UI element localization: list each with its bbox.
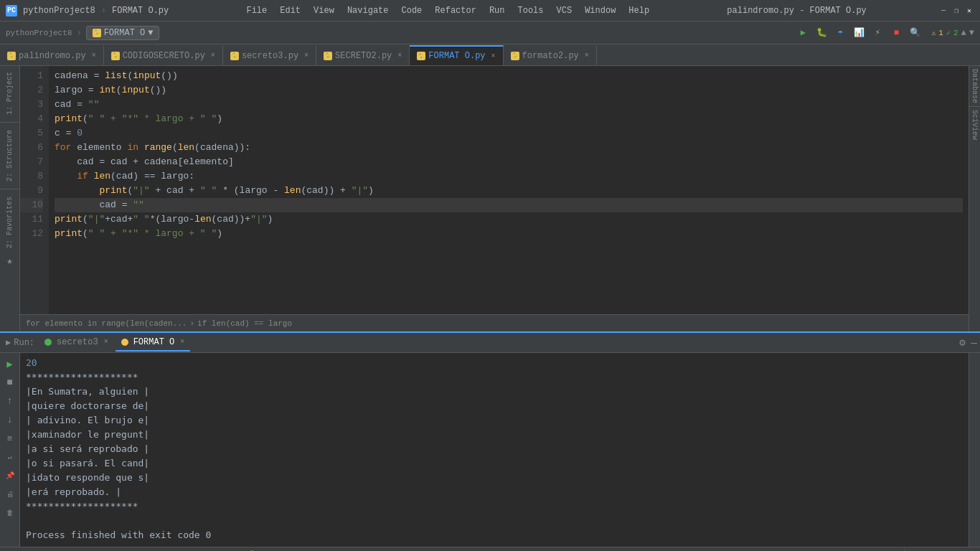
- concurrency-button[interactable]: ⚡: [870, 25, 885, 41]
- code-line-11: print("|"+cad+" "*(largo-len(cad))+"|"): [55, 212, 963, 227]
- run-tab-formato-close[interactable]: ×: [180, 338, 184, 346]
- run-button[interactable]: ▶: [795, 25, 811, 41]
- run-stop-btn[interactable]: ■: [2, 375, 18, 390]
- tab-label-formato2: formato2.py: [522, 51, 579, 61]
- menu-code[interactable]: Code: [395, 4, 428, 17]
- warning-icon: ⚠: [931, 29, 936, 37]
- code-line-12: print(" " + "*" * largo + " "): [55, 227, 963, 241]
- breadcrumb-part1: for elemento in range(len(caden...: [26, 319, 187, 328]
- run-panel-tabs: ▶ Run: secreto3 × FORMAT O × ⚙ —: [0, 333, 980, 353]
- output-finish: Process finished with exit code 0: [26, 528, 963, 542]
- coverage-button[interactable]: ☂: [832, 25, 848, 41]
- menu-help[interactable]: Help: [623, 4, 655, 17]
- run-print-btn[interactable]: 🖨: [2, 486, 18, 502]
- tab-secreto2[interactable]: 🐍 SECRETO2.py ×: [316, 45, 410, 65]
- tab-formato-run[interactable]: FORMAT O ×: [116, 334, 191, 352]
- sidebar-label-project[interactable]: 1: Project: [6, 72, 14, 115]
- debug-button[interactable]: 🐛: [814, 25, 829, 41]
- tab-close-formato[interactable]: ×: [491, 52, 496, 60]
- close-button[interactable]: ✕: [964, 6, 974, 16]
- tab-icon-secreto2: 🐍: [324, 52, 332, 60]
- code-content[interactable]: cadena = list(input()) largo = int(input…: [49, 66, 969, 314]
- tab-close-codigosecreto[interactable]: ×: [211, 52, 215, 60]
- tab-codigosecreto[interactable]: 🐍 CODIGOSECRETO.py ×: [104, 45, 223, 65]
- search-everywhere-button[interactable]: 🔍: [907, 25, 923, 41]
- menu-edit[interactable]: Edit: [274, 4, 306, 17]
- editor-tabs: 🐍 palindromo.py × 🐍 CODIGOSECRETO.py × 🐍…: [0, 44, 980, 66]
- star-icon: ★: [2, 253, 18, 268]
- check-count: 2: [953, 29, 958, 37]
- profile-button[interactable]: 📊: [851, 25, 867, 41]
- menu-navigate[interactable]: Navigate: [341, 4, 395, 17]
- code-editor[interactable]: 1 2 3 4 5 6▼ 7 8 9 10▼ 11 12 cadena = li…: [20, 66, 969, 314]
- sciview-label[interactable]: SciView: [971, 107, 979, 143]
- tab-formato[interactable]: 🐍 FORMAT O.py ×: [410, 45, 503, 65]
- run-tab-formato-label: FORMAT O: [133, 337, 175, 347]
- tab-label-secreto3: secreto3.py: [242, 51, 298, 61]
- markers-panel: ⚠ 1 ✓ 2 ▲ ▼: [931, 28, 974, 38]
- database-label[interactable]: Database: [971, 66, 979, 106]
- editor-area: 1 2 3 4 5 6▼ 7 8 9 10▼ 11 12 cadena = li…: [20, 66, 969, 331]
- breadcrumb-part2: if len(cad) == largo: [197, 319, 292, 328]
- restore-button[interactable]: ❐: [951, 6, 961, 16]
- title-bar-left: PC pythonProject8 › FORMAT O.py: [6, 5, 169, 17]
- breadcrumb-bar: for elemento in range(len(caden... › if …: [20, 314, 969, 331]
- menu-tools[interactable]: Tools: [512, 4, 550, 17]
- tab-formato2[interactable]: 🐍 formato2.py ×: [504, 45, 597, 65]
- code-line-6: for elemento in range(len(cadena)):: [55, 141, 963, 155]
- nav-down-icon[interactable]: ▼: [969, 28, 974, 38]
- code-line-4: print(" " + "*" * largo + " "): [55, 112, 963, 126]
- menu-run[interactable]: Run: [484, 4, 511, 17]
- menu-view[interactable]: View: [308, 4, 340, 17]
- run-down-btn[interactable]: ↓: [2, 412, 18, 428]
- stop-button[interactable]: ■: [888, 25, 904, 41]
- run-panel-content: ▶ ■ ↑ ↓ ⊞ ↵ 📌 🖨 🗑 20 *******************…: [0, 353, 980, 547]
- tab-close-secreto3[interactable]: ×: [304, 52, 308, 60]
- run-panel-right: [969, 353, 980, 547]
- right-sidebar: Database SciView: [969, 66, 980, 331]
- tab-secreto3-run[interactable]: secreto3 ×: [39, 334, 114, 352]
- run-settings-icon[interactable]: ⚙: [959, 336, 965, 349]
- tab-secreto3[interactable]: 🐍 secreto3.py ×: [223, 45, 316, 65]
- nav-up-icon[interactable]: ▲: [961, 28, 966, 38]
- menu-refactor[interactable]: Refactor: [429, 4, 482, 17]
- run-tab-secreto3-close[interactable]: ×: [104, 338, 108, 346]
- tab-palindromo[interactable]: 🐍 palindromo.py ×: [0, 45, 104, 65]
- menu-file[interactable]: File: [240, 4, 273, 17]
- run-collapse-icon[interactable]: —: [971, 337, 977, 349]
- tab-close-formato2[interactable]: ×: [585, 52, 589, 60]
- run-config-name: FORMAT O: [104, 28, 146, 38]
- tab-close-palindromo[interactable]: ×: [92, 52, 96, 60]
- run-indicator-secreto3: [44, 339, 52, 346]
- output-line-6: |a si será reprobado |: [26, 442, 963, 456]
- sidebar-label-structure[interactable]: 2: Structure: [6, 130, 14, 182]
- run-label: ▶ Run:: [3, 337, 37, 348]
- run-pin-btn[interactable]: 📌: [2, 468, 18, 484]
- tab-close-secreto2[interactable]: ×: [397, 52, 402, 60]
- output-line-3: |quiere doctorarse de|: [26, 399, 963, 413]
- minimize-button[interactable]: —: [938, 6, 948, 16]
- output-line-9: |erá reprobado. |: [26, 485, 963, 499]
- project-breadcrumb: pythonProject8: [6, 29, 72, 37]
- run-play-btn[interactable]: ▶: [2, 356, 18, 372]
- run-tab-secreto3-label: secreto3: [57, 337, 98, 347]
- run-up-btn[interactable]: ↑: [2, 393, 18, 409]
- tab-label-secreto2: SECRETO2.py: [335, 51, 392, 61]
- line-numbers: 1 2 3 4 5 6▼ 7 8 9 10▼ 11 12: [20, 66, 49, 314]
- window-controls: — ❐ ✕: [938, 6, 974, 16]
- tab-label-formato: FORMAT O.py: [428, 51, 485, 61]
- code-line-5: c = 0: [55, 126, 963, 141]
- code-line-10: cad = "": [55, 198, 963, 212]
- menu-vcs[interactable]: VCS: [551, 4, 578, 17]
- run-wrap-btn[interactable]: ↵: [2, 449, 18, 465]
- file-name-label: FORMAT O.py: [112, 6, 169, 16]
- run-split-btn[interactable]: ⊞: [2, 430, 18, 446]
- run-config-selector[interactable]: 🐍 FORMAT O ▼: [86, 26, 160, 40]
- sidebar-label-favorites[interactable]: 2: Favorites: [6, 197, 14, 248]
- status-bar: ▶ 4: Run | ⚠ 6: Problems | ☰ TODO | ▣ Te…: [0, 547, 980, 551]
- output-line-4: | adivino. El brujo e|: [26, 413, 963, 428]
- run-trash-btn[interactable]: 🗑: [2, 505, 18, 521]
- tab-icon-codigosecreto: 🐍: [111, 52, 120, 60]
- menu-window[interactable]: Window: [579, 4, 621, 17]
- title-bar: PC pythonProject8 › FORMAT O.py File Edi…: [0, 0, 980, 22]
